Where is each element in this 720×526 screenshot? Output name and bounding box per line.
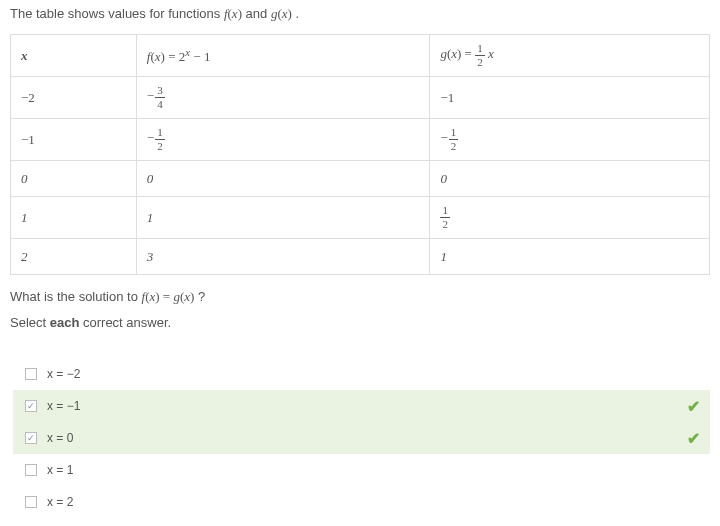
cell-g: 1	[430, 239, 710, 275]
f-sign: −	[147, 88, 154, 103]
answer-label: x = 1	[47, 463, 73, 477]
f-num: 1	[155, 127, 165, 140]
answer-label: x = 0	[47, 431, 73, 445]
g-den: 2	[440, 218, 450, 230]
table-header-row: x f(x) = 2x − 1 g(x) = 12 x	[11, 35, 710, 77]
cell-f: −12	[136, 119, 430, 161]
f-formula: f(x) = 2x − 1	[147, 49, 211, 64]
x-value: 1	[21, 210, 28, 225]
f-num: 3	[155, 85, 165, 98]
f-sign: −	[147, 130, 154, 145]
answer-option[interactable]: x = 0 ✔	[13, 422, 710, 454]
prompt-text: The table shows values for functions f(x…	[10, 6, 710, 22]
f-den: 2	[155, 140, 165, 152]
header-x: x	[11, 35, 137, 77]
cell-f: 0	[136, 161, 430, 197]
cell-g: 0	[430, 161, 710, 197]
answer-option[interactable]: x = 1	[13, 454, 710, 486]
answer-list: x = −2 x = −1 ✔ x = 0 ✔ x = 1 x = 2	[10, 358, 710, 518]
f-of-x: f(x)	[224, 6, 242, 21]
x-value: 2	[21, 249, 28, 264]
instr-suffix: correct answer.	[79, 315, 171, 330]
x-label: x	[21, 48, 28, 63]
table-row: −1 −12 −12	[11, 119, 710, 161]
cell-g: 12	[430, 197, 710, 239]
function-table: x f(x) = 2x − 1 g(x) = 12 x −2 −34 −1 −1…	[10, 34, 710, 275]
g-value: 1	[440, 249, 447, 264]
answer-label: x = −2	[47, 367, 80, 381]
question-suffix: ?	[198, 289, 205, 304]
f-value: 1	[147, 210, 154, 225]
g-sign: −	[440, 130, 447, 145]
equation: f(x) = g(x)	[142, 289, 195, 304]
x-value: −2	[21, 90, 35, 105]
checkbox-icon[interactable]	[25, 368, 37, 380]
cell-f: 1	[136, 197, 430, 239]
table-row: 0 0 0	[11, 161, 710, 197]
cell-x: −1	[11, 119, 137, 161]
prompt-and: and	[246, 6, 271, 21]
header-g: g(x) = 12 x	[430, 35, 710, 77]
question-text: What is the solution to f(x) = g(x) ?	[10, 289, 710, 305]
cell-g: −1	[430, 77, 710, 119]
cell-x: 2	[11, 239, 137, 275]
instruction-text: Select each correct answer.	[10, 315, 710, 330]
answer-option[interactable]: x = −2	[13, 358, 710, 390]
g-num: 1	[440, 205, 450, 218]
instr-prefix: Select	[10, 315, 50, 330]
cell-x: 1	[11, 197, 137, 239]
f-value: 3	[147, 249, 154, 264]
g-value: −1	[440, 90, 454, 105]
checkbox-icon[interactable]	[25, 400, 37, 412]
cell-g: −12	[430, 119, 710, 161]
answer-option[interactable]: x = −1 ✔	[13, 390, 710, 422]
cell-f: −34	[136, 77, 430, 119]
f-den: 4	[155, 98, 165, 110]
correct-check-icon: ✔	[687, 397, 700, 416]
header-f: f(x) = 2x − 1	[136, 35, 430, 77]
prompt-prefix: The table shows values for functions	[10, 6, 224, 21]
table-row: −2 −34 −1	[11, 77, 710, 119]
x-value: 0	[21, 171, 28, 186]
question-prefix: What is the solution to	[10, 289, 142, 304]
prompt-suffix: .	[296, 6, 300, 21]
f-value: 0	[147, 171, 154, 186]
g-of-x: g(x)	[271, 6, 292, 21]
g-value: 0	[440, 171, 447, 186]
checkbox-icon[interactable]	[25, 432, 37, 444]
g-formula: g(x) = 12 x	[440, 46, 493, 61]
instr-bold: each	[50, 315, 80, 330]
correct-check-icon: ✔	[687, 429, 700, 448]
answer-label: x = −1	[47, 399, 80, 413]
x-value: −1	[21, 132, 35, 147]
cell-x: 0	[11, 161, 137, 197]
table-body: −2 −34 −1 −1 −12 −12 0 0 0 1 1 12	[11, 77, 710, 275]
checkbox-icon[interactable]	[25, 496, 37, 508]
cell-x: −2	[11, 77, 137, 119]
cell-f: 3	[136, 239, 430, 275]
checkbox-icon[interactable]	[25, 464, 37, 476]
answer-option[interactable]: x = 2	[13, 486, 710, 518]
table-row: 1 1 12	[11, 197, 710, 239]
answer-label: x = 2	[47, 495, 73, 509]
table-row: 2 3 1	[11, 239, 710, 275]
g-num: 1	[449, 127, 459, 140]
g-den: 2	[449, 140, 459, 152]
